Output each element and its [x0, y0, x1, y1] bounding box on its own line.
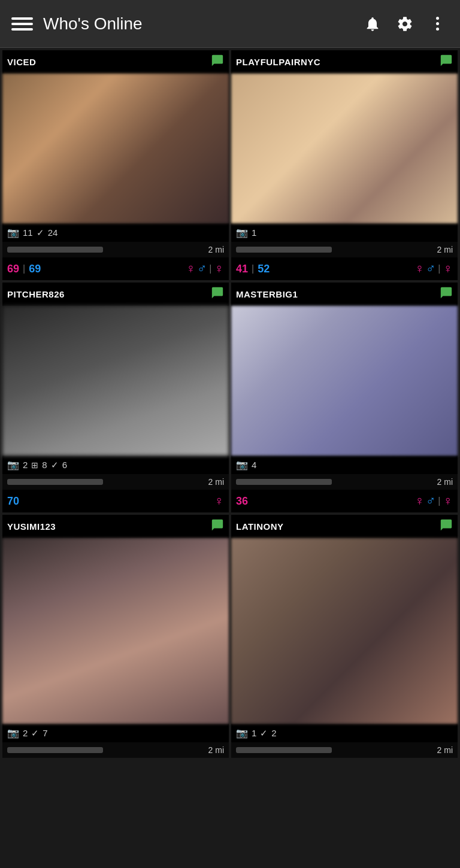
username-viced: VICED [7, 57, 36, 67]
verified-count-latinony: 2 [271, 728, 276, 738]
card-latinony[interactable]: LATINONY 📷 1 ✓ 2 2 mi [231, 515, 458, 758]
distance-yusimi123: 2 mi [208, 745, 224, 755]
check-icon-yusimi123: ✓ [31, 728, 39, 739]
more-options-icon[interactable] [424, 11, 450, 37]
gender-female2-icon-masterbig1: ♀ [443, 493, 453, 509]
card-pitcher826[interactable]: PITCHER826 📷 2 ⊞ 8 ✓ 6 2 mi 70 ♀ [2, 283, 229, 512]
menu-icon[interactable] [10, 11, 35, 37]
photo-count-viced: 11 [23, 227, 33, 238]
gender-pipe-playfulpairnyc: | [438, 263, 440, 274]
hamburger-line-3 [11, 28, 33, 31]
card-yusimi123[interactable]: YUSIMI123 📷 2 ✓ 7 2 mi [2, 515, 229, 758]
distance-pitcher826: 2 mi [208, 477, 224, 487]
age-male-viced: 69 [29, 263, 41, 275]
chat-icon-pitcher826[interactable] [211, 286, 224, 302]
card-header-yusimi123: YUSIMI123 [2, 515, 229, 538]
dot-2 [436, 22, 439, 25]
chat-icon-playfulpairnyc[interactable] [440, 54, 453, 70]
distance-playfulpairnyc: 2 mi [437, 245, 453, 254]
photo-count-latinony: 1 [252, 728, 256, 738]
username-latinony: LATINONY [236, 521, 284, 532]
username-pitcher826: PITCHER826 [7, 289, 65, 299]
distance-latinony: 2 mi [437, 745, 453, 755]
chat-icon-viced[interactable] [211, 54, 224, 70]
age-sep-playfulpairnyc: | [252, 263, 254, 274]
username-yusimi123: YUSIMI123 [7, 521, 56, 532]
chat-icon-yusimi123[interactable] [211, 518, 224, 535]
card-masterbig1[interactable]: MASTERBIG1 📷 4 2 mi 36 ♀ ♂ | ♀ [231, 283, 458, 512]
location-latinony: 2 mi [231, 742, 458, 758]
age-values-viced: 69 | 69 [7, 263, 41, 275]
hamburger-line-1 [11, 17, 33, 20]
age-masterbig1: 36 [236, 495, 248, 508]
photo-masterbig1 [231, 306, 458, 456]
card-viced[interactable]: VICED 📷 11 ✓ 24 2 mi 69 | 69 ♀ ♂ | ♀ [2, 50, 229, 280]
stats-viced: 📷 11 ✓ 24 [2, 223, 229, 242]
ages-pitcher826: 70 ♀ [2, 490, 229, 512]
gender-pipe-viced: | [209, 263, 211, 274]
gender-female2-icon-playfulpairnyc: ♀ [443, 261, 453, 277]
location-bar-masterbig1 [236, 479, 332, 485]
gender-female2-icon-viced: ♀ [214, 261, 225, 277]
gear-icon[interactable] [392, 11, 418, 37]
gender-icons-pitcher826: ♀ [214, 493, 225, 509]
header-actions [359, 11, 450, 37]
age-pitcher826: 70 [7, 495, 19, 508]
photo-viced [2, 74, 229, 223]
card-playfulpairnyc[interactable]: PLAYFULPAIRNYC 📷 1 2 mi 41 | 52 ♀ ♂ | ♀ [231, 50, 458, 280]
camera-icon-masterbig1: 📷 [236, 459, 248, 471]
location-playfulpairnyc: 2 mi [231, 242, 458, 257]
age-male-playfulpairnyc: 52 [258, 263, 270, 275]
camera-icon-playfulpairnyc: 📷 [236, 227, 248, 238]
age-values-masterbig1: 36 [236, 495, 248, 508]
header: Who's Online [0, 0, 460, 48]
check-icon-latinony: ✓ [260, 728, 268, 739]
age-female-playfulpairnyc: 41 [236, 263, 248, 275]
ages-viced: 69 | 69 ♀ ♂ | ♀ [2, 257, 229, 280]
age-sep-viced: | [23, 263, 25, 274]
stats-masterbig1: 📷 4 [231, 456, 458, 474]
dot-1 [436, 17, 439, 20]
photo-pitcher826 [2, 306, 229, 456]
camera-icon-viced: 📷 [7, 227, 19, 238]
chat-icon-latinony[interactable] [440, 518, 453, 535]
gender-male-icon-playfulpairnyc: ♂ [426, 261, 436, 277]
location-viced: 2 mi [2, 242, 229, 257]
camera-icon-pitcher826: 📷 [7, 459, 19, 471]
check-icon-viced: ✓ [37, 227, 44, 238]
bell-icon[interactable] [359, 11, 386, 37]
stats-latinony: 📷 1 ✓ 2 [231, 724, 458, 742]
verified-count-pitcher826: 6 [62, 460, 67, 470]
gender-female-icon-viced: ♀ [186, 261, 196, 277]
location-bar-yusimi123 [7, 747, 103, 753]
chat-icon-masterbig1[interactable] [440, 286, 453, 302]
location-masterbig1: 2 mi [231, 474, 458, 490]
gender-pipe-masterbig1: | [438, 496, 440, 506]
gender-female-icon-masterbig1: ♀ [414, 493, 425, 509]
three-dots [436, 17, 439, 31]
grid-icon-pitcher826: ⊞ [31, 460, 38, 470]
photo-yusimi123 [2, 538, 229, 724]
gender-male-icon-masterbig1: ♂ [426, 493, 436, 509]
card-header-viced: VICED [2, 50, 229, 74]
age-values-playfulpairnyc: 41 | 52 [236, 263, 270, 275]
username-playfulpairnyc: PLAYFULPAIRNYC [236, 57, 320, 67]
stats-pitcher826: 📷 2 ⊞ 8 ✓ 6 [2, 456, 229, 474]
verified-count-yusimi123: 7 [43, 728, 47, 738]
user-grid: VICED 📷 11 ✓ 24 2 mi 69 | 69 ♀ ♂ | ♀ [0, 48, 460, 760]
gender-female-icon-playfulpairnyc: ♀ [414, 261, 425, 277]
photo-count-yusimi123: 2 [23, 728, 28, 738]
photo-playfulpairnyc [231, 74, 458, 223]
location-bar-playfulpairnyc [236, 247, 332, 253]
verified-count-viced: 24 [48, 227, 58, 238]
grid-count-pitcher826: 8 [42, 460, 47, 470]
distance-masterbig1: 2 mi [437, 477, 453, 487]
gender-icons-viced: ♀ ♂ | ♀ [186, 261, 224, 277]
page-title: Who's Online [43, 14, 359, 34]
ages-masterbig1: 36 ♀ ♂ | ♀ [231, 490, 458, 512]
location-bar-pitcher826 [7, 479, 103, 485]
gender-male-icon-viced: ♂ [197, 261, 207, 277]
location-bar-latinony [236, 747, 332, 753]
card-header-masterbig1: MASTERBIG1 [231, 283, 458, 306]
card-header-playfulpairnyc: PLAYFULPAIRNYC [231, 50, 458, 74]
